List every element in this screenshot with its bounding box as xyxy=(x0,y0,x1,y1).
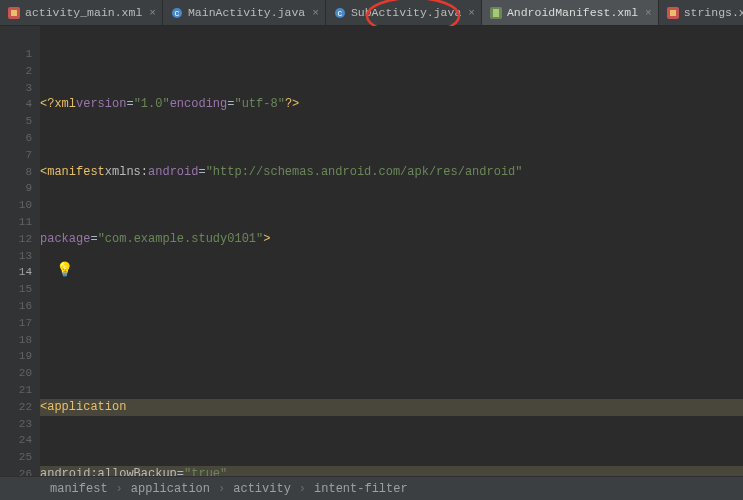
breadcrumb-item[interactable]: manifest xyxy=(50,482,108,496)
close-icon[interactable]: × xyxy=(312,7,319,19)
tab-mainactivity[interactable]: C MainActivity.java × xyxy=(163,0,326,25)
tab-strings[interactable]: strings.xml × xyxy=(659,0,743,25)
tab-label: AndroidManifest.xml xyxy=(507,6,638,19)
class-icon: C xyxy=(334,7,346,19)
xml-icon xyxy=(8,7,20,19)
tab-subactivity[interactable]: C SubActivity.java × xyxy=(326,0,482,25)
line-number-gutter: 1234567891011121314151617181920212223242… xyxy=(0,26,40,476)
tab-label: SubActivity.java xyxy=(351,6,461,19)
svg-rect-1 xyxy=(11,10,17,16)
tab-activity-main[interactable]: activity_main.xml × xyxy=(0,0,163,25)
chevron-right-icon: › xyxy=(218,482,225,496)
breadcrumb: manifest › application › activity › inte… xyxy=(0,476,743,500)
svg-rect-7 xyxy=(493,9,499,17)
close-icon[interactable]: × xyxy=(645,7,652,19)
tab-label: strings.xml xyxy=(684,6,743,19)
class-icon: C xyxy=(171,7,183,19)
tab-manifest[interactable]: AndroidManifest.xml × xyxy=(482,0,659,25)
close-icon[interactable]: × xyxy=(149,7,156,19)
close-icon[interactable]: × xyxy=(468,7,475,19)
xml-icon xyxy=(667,7,679,19)
chevron-right-icon: › xyxy=(116,482,123,496)
svg-text:C: C xyxy=(175,9,180,18)
svg-text:C: C xyxy=(337,9,342,18)
breadcrumb-item[interactable]: application xyxy=(131,482,210,496)
editor-tab-bar: activity_main.xml × C MainActivity.java … xyxy=(0,0,743,26)
chevron-right-icon: › xyxy=(299,482,306,496)
tab-label: activity_main.xml xyxy=(25,6,142,19)
manifest-icon xyxy=(490,7,502,19)
breadcrumb-item[interactable]: activity xyxy=(233,482,291,496)
tab-label: MainActivity.java xyxy=(188,6,305,19)
code-editor[interactable]: 1234567891011121314151617181920212223242… xyxy=(0,26,743,476)
svg-rect-9 xyxy=(670,10,676,16)
code-area[interactable]: <?xml version="1.0" encoding="utf-8"?> <… xyxy=(40,26,743,476)
breadcrumb-item[interactable]: intent-filter xyxy=(314,482,408,496)
